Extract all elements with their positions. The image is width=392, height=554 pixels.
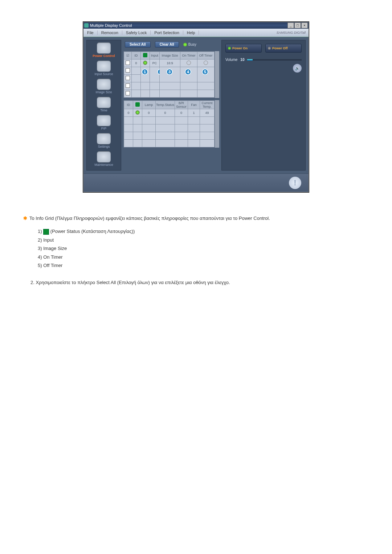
scrollbar[interactable] xyxy=(215,100,219,148)
col-image-size: Image Size xyxy=(160,52,180,59)
table-row[interactable]: 1 2 3 4 5 xyxy=(124,67,215,75)
callout-4: 4 xyxy=(185,69,191,75)
cell2-curtemp: 49 xyxy=(200,109,215,117)
row-checkbox[interactable] xyxy=(126,68,130,73)
doc-l1: 1) (Power Status (Κατάσταση Λειτουργίας)… xyxy=(38,227,370,235)
pip-icon xyxy=(97,115,111,126)
table-row xyxy=(124,124,215,132)
busy-dot-icon xyxy=(183,43,187,46)
speaker-icon[interactable]: 🔊 xyxy=(293,64,302,73)
menu-port-selection[interactable]: Port Selection xyxy=(151,30,183,35)
power-status-on-icon xyxy=(135,110,140,115)
on-timer-icon xyxy=(187,61,191,65)
maintenance-icon xyxy=(97,151,111,162)
right-panel: Power On Power Off Volume 10 🔊 xyxy=(221,40,306,171)
doc-p2: 2. Χρησιμοποιείστε το πλήκτρο Select All… xyxy=(30,278,370,287)
cell2-fan: 1 xyxy=(188,109,200,117)
off-timer-icon xyxy=(204,61,208,65)
status-bar: ! xyxy=(83,173,309,192)
sidebar-item-maintenance[interactable]: Maintenance xyxy=(94,151,113,167)
power-icon xyxy=(97,42,111,53)
minimize-button[interactable]: _ xyxy=(287,22,294,28)
cell-image-size: 16:9 xyxy=(160,59,180,67)
callout-3: 3 xyxy=(166,69,173,75)
sidebar-item-settings[interactable]: Settings xyxy=(97,133,111,148)
table-row[interactable]: 0 PC 16:9 xyxy=(124,59,215,67)
power-status-icon xyxy=(135,102,140,107)
image-size-icon xyxy=(97,79,111,90)
callout-5: 5 xyxy=(202,69,208,75)
info-grid-1: ☑ ID Input Image Size On Timer Off Timer… xyxy=(124,52,215,98)
menu-file[interactable]: File xyxy=(83,30,98,35)
time-icon xyxy=(97,97,111,108)
input-icon xyxy=(97,61,111,71)
col-power xyxy=(141,52,150,59)
menu-safety-lock[interactable]: Safety Lock xyxy=(122,30,151,35)
brand-text: SAMSUNG DIGITall xyxy=(277,31,309,34)
window-title: Multiple Display Control xyxy=(90,23,132,28)
col2-fan: Fan xyxy=(188,101,200,109)
maximize-button[interactable]: □ xyxy=(294,22,301,28)
doc-l3: 3) Image Size xyxy=(38,244,370,253)
table-row xyxy=(124,140,215,147)
table-row xyxy=(124,132,215,140)
row-checkbox[interactable] xyxy=(126,91,130,95)
col-input: Input xyxy=(150,52,160,59)
cell2-temp: 0 xyxy=(156,109,175,117)
col2-id: ID xyxy=(124,101,133,109)
sidebar-item-image-size[interactable]: Image Size xyxy=(95,79,112,94)
doc-l5: 5) Off Timer xyxy=(38,261,370,270)
power-status-on-icon xyxy=(143,61,147,65)
table-row[interactable] xyxy=(124,82,215,90)
select-all-button[interactable]: Select All xyxy=(125,41,151,48)
app-icon xyxy=(84,23,89,28)
center-panel: Select All Clear All Busy ☑ ID Input Ima… xyxy=(123,40,219,171)
volume-value: 10 xyxy=(240,58,244,62)
menubar: File Remocon Safety Lock Port Selection … xyxy=(83,29,309,37)
row-checkbox[interactable] xyxy=(126,83,130,88)
volume-label: Volume xyxy=(225,58,237,62)
sidebar-item-pip[interactable]: PIP xyxy=(97,115,111,130)
sidebar-item-power-control[interactable]: Power Control xyxy=(93,42,115,58)
doc-l2: 2) Input xyxy=(38,236,370,244)
row-checkbox[interactable] xyxy=(126,61,130,65)
callout-1: 1 xyxy=(142,69,148,75)
col-off-timer: Off Timer xyxy=(197,52,215,59)
settings-icon xyxy=(97,133,111,144)
doc-p1: Το Info Grid (Πλέγμα Πληροφοριών) εμφανί… xyxy=(30,214,370,222)
table-row[interactable] xyxy=(124,90,215,98)
close-button[interactable]: × xyxy=(301,22,308,28)
cell2-lamp: 0 xyxy=(142,109,156,117)
cell2-br: 0 xyxy=(175,109,188,117)
cell-id: 0 xyxy=(132,59,141,67)
row-checkbox[interactable] xyxy=(126,76,130,80)
power-on-button[interactable]: Power On xyxy=(225,44,262,53)
power-off-button[interactable]: Power Off xyxy=(265,44,302,53)
sidebar-item-time[interactable]: Time xyxy=(97,97,111,112)
col-id: ID xyxy=(132,52,141,59)
table-row xyxy=(124,117,215,124)
power-on-dot-icon xyxy=(228,47,231,50)
sidebar-item-input-source[interactable]: Input Source xyxy=(94,61,113,76)
titlebar: Multiple Display Control _ □ × xyxy=(83,22,309,29)
doc-l4: 4) On Timer xyxy=(38,253,370,261)
scrollbar[interactable] xyxy=(215,51,219,98)
volume-slider[interactable] xyxy=(247,59,302,61)
cell2-id: 0 xyxy=(124,109,133,117)
col2-lamp: Lamp xyxy=(142,101,156,109)
app-window: Multiple Display Control _ □ × File Remo… xyxy=(83,22,309,192)
menu-remocon[interactable]: Remocon xyxy=(98,30,122,35)
alert-icon: ! xyxy=(289,177,301,189)
doc-text: Το Info Grid (Πλέγμα Πληροφοριών) εμφανί… xyxy=(30,214,370,287)
col-check: ☑ xyxy=(124,52,132,59)
power-status-icon xyxy=(143,53,147,57)
table-row[interactable]: 0 0 0 0 1 49 xyxy=(124,109,215,117)
col2-temp-status: Temp.Status xyxy=(156,101,175,109)
sidebar: Power Control Input Source Image Size Ti… xyxy=(86,40,121,171)
menu-help[interactable]: Help xyxy=(183,30,199,35)
power-status-inline-icon xyxy=(43,229,49,235)
clear-all-button[interactable]: Clear All xyxy=(155,41,179,48)
busy-indicator: Busy xyxy=(183,42,196,46)
power-off-dot-icon xyxy=(268,47,271,50)
cell-input: PC xyxy=(150,59,160,67)
